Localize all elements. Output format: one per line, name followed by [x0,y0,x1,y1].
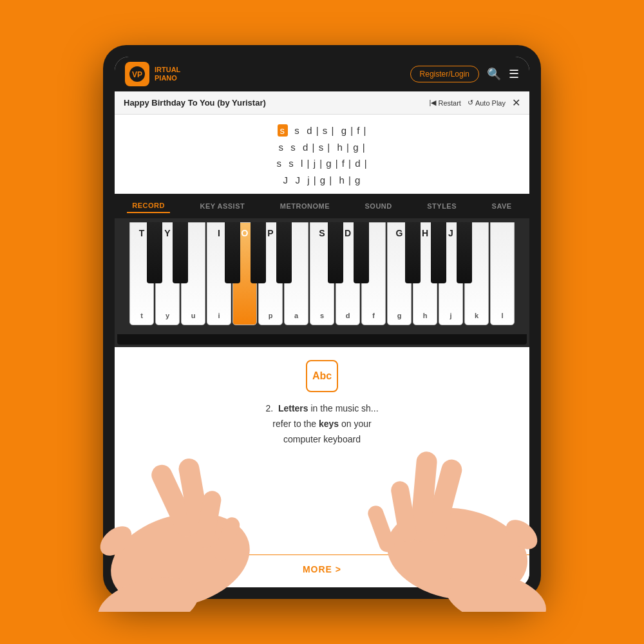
restart-icon: |◀ [430,99,437,107]
restart-button[interactable]: |◀ Restart [430,99,461,107]
autoplay-button[interactable]: ↺ Auto Play [468,99,506,107]
sheet-area: s s d | s | g | f | s s d | s | h | g | … [115,115,529,194]
black-key-3[interactable] [225,222,240,283]
logo-text: IRTUAL PIANO [155,66,180,82]
letters-label: Letters [278,403,308,413]
song-controls: |◀ Restart ↺ Auto Play ✕ [430,97,520,109]
more-button[interactable]: MORE > [115,554,529,574]
toolbar-key-assist[interactable]: KEY ASSIST [194,200,250,213]
sheet-line-4: J J j | g | h | g [115,172,529,189]
app-header: VP IRTUAL PIANO Register/Login 🔍 ☰ [115,57,529,91]
header-right: Register/Login 🔍 ☰ [410,66,519,82]
toolbar-metronome[interactable]: METRONOME [275,200,335,213]
black-key-4[interactable] [251,222,266,283]
black-key-8[interactable] [405,222,421,283]
black-key-2[interactable] [173,222,188,283]
black-key-6[interactable] [328,222,343,283]
piano-keys: T t Y y _ u I i [117,222,527,332]
black-key-7[interactable] [354,222,369,283]
keys-label: keys [319,419,339,429]
toolbar-styles[interactable]: STYLES [422,200,462,213]
piano-bottom-bar [117,334,527,345]
register-login-button[interactable]: Register/Login [410,66,479,82]
black-key-9[interactable] [431,222,446,283]
toolbar-save[interactable]: SAVE [487,200,517,213]
menu-icon[interactable]: ☰ [509,67,519,81]
logo-icon: VP [125,62,149,86]
abc-icon: Abc [306,360,338,392]
autoplay-icon: ↺ [468,99,473,107]
sheet-line-1: s s d | s | g | f | [115,122,529,139]
sheet-line-3: s s l | j | g | f | d | [115,155,529,172]
svg-text:VP: VP [132,70,142,79]
highlighted-note: s [278,124,289,137]
toolbar-sound[interactable]: SOUND [360,200,397,213]
step-number: 2. [265,403,273,413]
info-area: Abc 2. Letters in the music sh... refer … [115,347,529,587]
sheet-line-2: s s d | s | h | g | [115,139,529,156]
tablet-device: VP IRTUAL PIANO Register/Login 🔍 ☰ Happy… [103,45,541,599]
black-key-10[interactable] [457,222,472,283]
info-text: 2. Letters in the music sh... refer to t… [265,401,378,447]
search-icon[interactable]: 🔍 [487,67,501,81]
toolbar-record[interactable]: RECORD [127,199,170,213]
song-title: Happy Birthday To You (by Yuristar) [124,98,266,108]
toolbar: RECORD KEY ASSIST METRONOME SOUND STYLES… [115,194,529,218]
keyboard-text: computer keyboard [283,434,361,444]
logo-area: VP IRTUAL PIANO [125,62,180,86]
black-key-5[interactable] [276,222,292,283]
white-key-l[interactable]: _ l [490,222,515,325]
piano-area: T t Y y _ u I i [115,218,529,347]
screen: VP IRTUAL PIANO Register/Login 🔍 ☰ Happy… [115,57,529,587]
song-bar: Happy Birthday To You (by Yuristar) |◀ R… [115,91,529,115]
close-button[interactable]: ✕ [512,97,520,109]
black-key-1[interactable] [147,222,162,283]
